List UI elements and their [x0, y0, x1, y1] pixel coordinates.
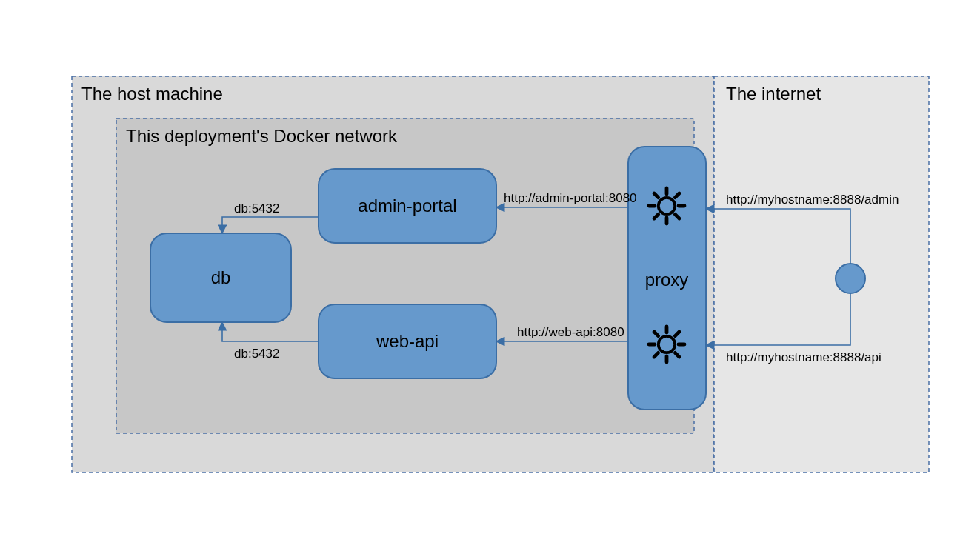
- node-admin-portal-label: admin-portal: [358, 196, 456, 216]
- edge-internet-to-api-label: http://myhostname:8888/api: [726, 350, 881, 364]
- zone-internet-title: The internet: [726, 84, 821, 104]
- architecture-diagram: The host machine This deployment's Docke…: [0, 0, 980, 551]
- zone-internet: [714, 76, 929, 472]
- node-db-label: db: [211, 267, 231, 287]
- edge-admin-to-db-label: db:5432: [234, 201, 279, 216]
- edge-internet-to-admin-label: http://myhostname:8888/admin: [726, 193, 899, 207]
- internet-client-node: [836, 264, 865, 293]
- edge-proxy-to-web-label: http://web-api:8080: [517, 325, 624, 339]
- zone-docker-title: This deployment's Docker network: [126, 126, 398, 146]
- node-web-api-label: web-api: [376, 331, 439, 351]
- edge-web-to-db-label: db:5432: [234, 347, 279, 361]
- zone-host-title: The host machine: [81, 84, 223, 104]
- edge-proxy-to-admin-label: http://admin-portal:8080: [504, 191, 637, 205]
- node-proxy-label: proxy: [645, 270, 689, 290]
